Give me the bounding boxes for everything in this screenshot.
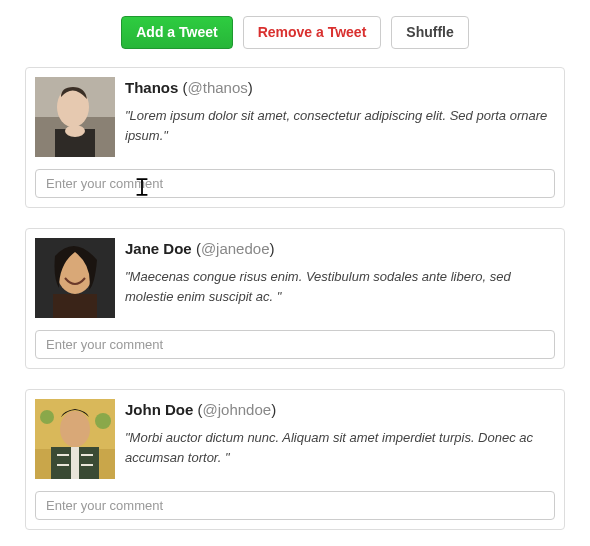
svg-point-10 xyxy=(40,410,54,424)
tweet-user-handle: @johndoe xyxy=(203,401,272,418)
shuffle-button[interactable]: Shuffle xyxy=(391,16,468,49)
avatar-image xyxy=(35,399,115,479)
avatar xyxy=(35,399,115,479)
tweet-header: Jane Doe (@janedoe) "Maecenas congue ris… xyxy=(35,238,555,318)
avatar-image xyxy=(35,77,115,157)
tweet-user-line: Thanos (@thanos) xyxy=(125,79,555,96)
comment-input[interactable] xyxy=(35,169,555,198)
avatar xyxy=(35,77,115,157)
svg-point-11 xyxy=(95,413,111,429)
svg-point-4 xyxy=(65,125,85,137)
avatar-image xyxy=(35,238,115,318)
svg-rect-14 xyxy=(71,447,79,479)
tweet-user-name: John Doe xyxy=(125,401,193,418)
paren-close: ) xyxy=(248,79,253,96)
tweet-body: Jane Doe (@janedoe) "Maecenas congue ris… xyxy=(125,238,555,318)
comment-input[interactable] xyxy=(35,330,555,359)
tweet-text: "Maecenas congue risus enim. Vestibulum … xyxy=(125,267,555,307)
tweet-header: John Doe (@johndoe) "Morbi auctor dictum… xyxy=(35,399,555,479)
tweet-user-name: Jane Doe xyxy=(125,240,192,257)
tweet-body: Thanos (@thanos) "Lorem ipsum dolor sit … xyxy=(125,77,555,157)
svg-rect-7 xyxy=(53,294,97,318)
tweet-feed: Thanos (@thanos) "Lorem ipsum dolor sit … xyxy=(0,67,590,546)
tweet-card: Thanos (@thanos) "Lorem ipsum dolor sit … xyxy=(25,67,565,208)
avatar xyxy=(35,238,115,318)
tweet-user-line: Jane Doe (@janedoe) xyxy=(125,240,555,257)
tweet-user-handle: @thanos xyxy=(188,79,248,96)
svg-point-12 xyxy=(60,411,90,447)
tweet-text: "Lorem ipsum dolor sit amet, consectetur… xyxy=(125,106,555,146)
tweet-card: John Doe (@johndoe) "Morbi auctor dictum… xyxy=(25,389,565,530)
tweet-user-name: Thanos xyxy=(125,79,178,96)
tweet-user-line: John Doe (@johndoe) xyxy=(125,401,555,418)
add-tweet-button[interactable]: Add a Tweet xyxy=(121,16,232,49)
tweet-text: "Morbi auctor dictum nunc. Aliquam sit a… xyxy=(125,428,555,468)
action-button-row: Add a Tweet Remove a Tweet Shuffle xyxy=(0,0,590,67)
tweet-user-handle: @janedoe xyxy=(201,240,270,257)
paren-close: ) xyxy=(270,240,275,257)
paren-close: ) xyxy=(271,401,276,418)
remove-tweet-button[interactable]: Remove a Tweet xyxy=(243,16,382,49)
tweet-card: Jane Doe (@janedoe) "Maecenas congue ris… xyxy=(25,228,565,369)
tweet-body: John Doe (@johndoe) "Morbi auctor dictum… xyxy=(125,399,555,479)
comment-input[interactable] xyxy=(35,491,555,520)
tweet-header: Thanos (@thanos) "Lorem ipsum dolor sit … xyxy=(35,77,555,157)
